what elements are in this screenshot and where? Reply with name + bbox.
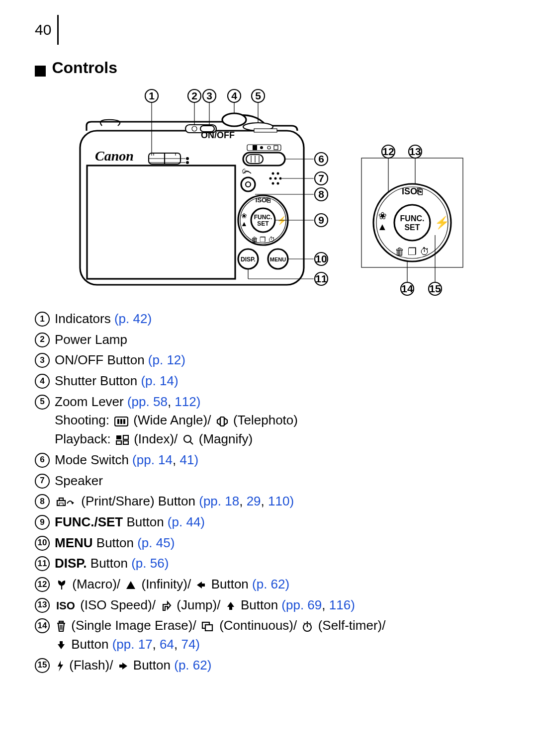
- left-arrow-icon: [196, 580, 206, 590]
- legend-11-link[interactable]: (p. 56): [131, 556, 169, 571]
- legend-8-link1[interactable]: 18: [225, 494, 239, 508]
- legend-8-link3[interactable]: 110: [268, 494, 289, 508]
- svg-marker-107: [197, 582, 205, 588]
- legend-8-text: (Print/Share) Button: [81, 494, 199, 508]
- legend-num-10: 10: [35, 536, 50, 551]
- legend-6-link2[interactable]: 41: [179, 452, 194, 467]
- index-icon: [116, 435, 129, 445]
- disp-button: DISP.: [238, 249, 258, 269]
- svg-point-29: [268, 146, 270, 149]
- legend-11-bold: DISP.: [55, 556, 87, 571]
- callout-12: 12: [382, 146, 394, 157]
- legend-5-link2[interactable]: 112: [175, 394, 196, 409]
- header-divider: [57, 15, 59, 45]
- callout-4: 4: [231, 90, 237, 101]
- flash-icon: [56, 660, 64, 672]
- callout-13: 13: [409, 146, 421, 157]
- legend-4-text: Shutter Button: [55, 373, 141, 388]
- legend-9-link[interactable]: (p. 44): [168, 514, 205, 529]
- svg-rect-115: [205, 625, 212, 631]
- legend-15-link[interactable]: (p. 62): [174, 658, 211, 672]
- legend-3-link[interactable]: (p. 12): [148, 352, 185, 367]
- svg-rect-99: [116, 441, 121, 444]
- svg-text:DISP.: DISP.: [241, 256, 256, 263]
- callout-2: 2: [191, 90, 197, 101]
- svg-marker-121: [58, 641, 65, 649]
- page-header: 40: [35, 15, 502, 45]
- self-timer-icon: [302, 621, 313, 632]
- svg-marker-122: [58, 661, 63, 672]
- svg-point-39: [272, 182, 274, 185]
- legend-14-link3[interactable]: 74: [181, 637, 195, 652]
- callout-15: 15: [429, 283, 441, 294]
- down-arrow-icon: [56, 640, 66, 650]
- svg-rect-104: [59, 498, 63, 501]
- svg-point-28: [260, 146, 263, 149]
- svg-marker-108: [227, 602, 234, 610]
- svg-text:ISO⎘: ISO⎘: [256, 196, 271, 204]
- legend-num-13: 13: [35, 598, 50, 613]
- legend-num-5: 5: [35, 395, 50, 410]
- magnify-icon: [183, 434, 194, 445]
- callout-1: 1: [149, 90, 155, 101]
- iso-icon: ISO: [56, 598, 75, 614]
- infinity-icon: [125, 580, 136, 590]
- page-number: 40: [35, 21, 57, 38]
- svg-rect-27: [253, 145, 257, 150]
- legend-num-1: 1: [35, 312, 50, 327]
- legend-num-12: 12: [35, 577, 50, 592]
- legend-13-link1[interactable]: 69: [307, 597, 322, 612]
- legend-5-text: Zoom Lever: [55, 394, 127, 409]
- callout-5: 5: [255, 90, 261, 101]
- svg-line-102: [190, 441, 193, 444]
- legend-14-link1[interactable]: 17: [138, 637, 153, 652]
- up-arrow-icon: [226, 601, 236, 611]
- svg-point-42: [274, 177, 277, 180]
- right-arrow-icon: [118, 661, 128, 671]
- svg-text:▲: ▲: [377, 221, 387, 232]
- svg-text:🗑 ❐ ⏱: 🗑 ❐ ⏱: [251, 236, 275, 244]
- erase-icon: [56, 620, 66, 632]
- callout-8: 8: [318, 188, 324, 200]
- legend-5-link1[interactable]: 58: [153, 394, 168, 409]
- legend-8-link2[interactable]: 29: [247, 494, 261, 508]
- wide-angle-icon: [114, 417, 128, 426]
- svg-rect-112: [59, 621, 63, 623]
- legend-num-2: 2: [35, 333, 50, 347]
- svg-text:SET: SET: [404, 223, 420, 232]
- legend-6-link1[interactable]: 14: [158, 452, 173, 467]
- callout-6: 6: [318, 153, 324, 165]
- legend-num-7: 7: [35, 474, 50, 489]
- legend-12-link[interactable]: (p. 62): [252, 577, 289, 591]
- svg-text:MENU: MENU: [270, 256, 286, 262]
- legend-10-bold: MENU: [55, 535, 93, 550]
- svg-point-40: [277, 182, 279, 185]
- legend-14-link2[interactable]: 64: [160, 637, 174, 652]
- callout-11: 11: [315, 273, 327, 284]
- camera-back-diagram: 1 2 3 4 5 ON/OFF: [70, 86, 349, 300]
- legend-num-6: 6: [35, 453, 50, 468]
- controls-diagram: 1 2 3 4 5 ON/OFF: [35, 86, 502, 300]
- svg-point-45: [277, 172, 279, 175]
- speaker-icon: [269, 172, 282, 185]
- section-title: Controls: [35, 59, 502, 77]
- section-title-text: Controls: [52, 59, 117, 77]
- legend-10-link[interactable]: (p. 45): [137, 535, 175, 550]
- svg-text:❀: ❀: [241, 212, 247, 220]
- callout-10: 10: [315, 253, 327, 264]
- svg-rect-100: [123, 441, 128, 444]
- svg-rect-17: [87, 166, 235, 279]
- legend-3-text: ON/OFF Button: [55, 352, 148, 367]
- svg-point-80: [394, 205, 430, 241]
- svg-text:ISO⎘: ISO⎘: [402, 186, 423, 196]
- legend-1-link[interactable]: (p. 42): [114, 311, 152, 326]
- legend-13-link2[interactable]: 116: [329, 597, 351, 612]
- legend-num-4: 4: [35, 374, 50, 389]
- legend-4-link[interactable]: (p. 14): [141, 373, 178, 388]
- macro-icon: [56, 580, 67, 590]
- menu-button: MENU: [268, 249, 288, 269]
- svg-text:⚡: ⚡: [435, 215, 449, 230]
- continuous-icon: [201, 621, 214, 631]
- callout-7: 7: [318, 172, 324, 184]
- square-bullet-icon: [35, 66, 46, 77]
